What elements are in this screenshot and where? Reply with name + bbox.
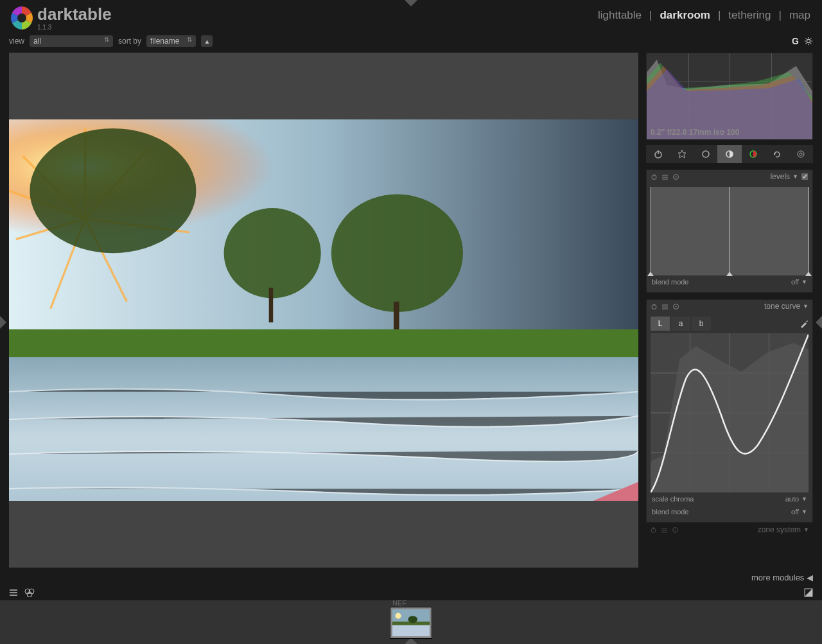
module-reset-icon[interactable] [672, 173, 679, 180]
styles-icon[interactable] [24, 588, 35, 597]
nav-darkroom[interactable]: darkroom [657, 9, 712, 22]
module-group-color[interactable] [742, 145, 765, 163]
scale-chroma-select[interactable]: auto▼ [785, 495, 807, 503]
svg-point-43 [676, 176, 677, 177]
levels-black-marker[interactable] [647, 272, 654, 276]
svg-point-22 [224, 208, 321, 298]
aperture-icon [9, 5, 35, 31]
chevron-left-icon: ◀ [807, 573, 813, 582]
svg-point-23 [331, 195, 463, 312]
expand-top-panel[interactable] [405, 0, 417, 6]
tone-tab-l[interactable]: L [651, 317, 670, 331]
module-reset-icon[interactable] [672, 303, 679, 310]
blend-mode-select[interactable]: off▼ [791, 278, 807, 286]
bottom-toolbar [0, 585, 822, 600]
sort-direction-button[interactable]: ▲ [201, 35, 213, 47]
svg-line-10 [810, 39, 811, 39]
module-group-basic[interactable] [694, 145, 717, 163]
refresh-icon [773, 150, 782, 159]
gear-icon[interactable] [804, 37, 813, 46]
module-group-tone[interactable] [717, 145, 741, 163]
svg-rect-74 [392, 625, 430, 636]
more-modules-button[interactable]: more modules ◀ [0, 570, 822, 585]
module-expand-icon[interactable] [801, 173, 809, 180]
logo: darktable 1.1.3 [9, 5, 112, 31]
module-presets-icon[interactable] [661, 527, 668, 534]
module-group-tabs [646, 145, 813, 163]
module-enable-toggle[interactable] [651, 303, 658, 310]
hamburger-icon[interactable] [9, 588, 18, 597]
svg-point-75 [396, 613, 401, 619]
svg-point-1 [17, 13, 26, 22]
view-select[interactable]: all [30, 35, 113, 47]
nav-separator: | [774, 9, 787, 22]
sort-label: sort by [118, 37, 141, 46]
module-group-correct[interactable] [765, 145, 789, 163]
module-group-favorites[interactable] [670, 145, 694, 163]
module-presets-icon[interactable] [661, 303, 669, 310]
levels-graph[interactable] [651, 187, 809, 275]
sort-select[interactable]: filename [146, 35, 196, 47]
nav-map[interactable]: map [787, 9, 813, 22]
expand-bottom-panel[interactable] [405, 638, 417, 644]
svg-point-76 [408, 616, 417, 623]
filmstrip[interactable]: NEF [0, 600, 822, 644]
module-tonecurve-header[interactable]: tone curve ▼ [764, 302, 809, 311]
module-enable-toggle[interactable] [650, 527, 657, 534]
blend-mode-select[interactable]: off▼ [791, 508, 807, 516]
view-label: view [9, 37, 24, 46]
image-canvas[interactable] [9, 53, 638, 568]
module-tone-curve: tone curve ▼ L a b [646, 299, 813, 523]
tone-tab-a[interactable]: a [671, 317, 690, 331]
module-tonecurve-title: tone curve [764, 302, 800, 311]
svg-line-7 [806, 39, 807, 39]
tone-curve-graph[interactable] [651, 333, 809, 492]
svg-line-8 [810, 43, 811, 44]
expand-left-panel[interactable] [0, 316, 6, 329]
nav-separator: | [713, 9, 726, 22]
svg-rect-25 [269, 288, 273, 322]
histogram[interactable]: 0.2'' f/22.0 17mm iso 100 [646, 53, 813, 140]
svg-marker-30 [678, 150, 686, 158]
module-zone-system: zone system ▼ [646, 523, 813, 537]
module-zone-header[interactable]: zone system ▼ [758, 525, 809, 534]
module-group-effect[interactable] [789, 145, 813, 163]
edited-photo [9, 119, 638, 500]
histogram-exif: 0.2'' f/22.0 17mm iso 100 [651, 128, 739, 137]
nav-separator: | [644, 9, 657, 22]
svg-point-31 [703, 151, 709, 157]
thumbnail-extension: NEF [392, 599, 407, 607]
overexposed-icon[interactable] [804, 588, 813, 597]
levels-mid-marker[interactable] [726, 272, 733, 276]
color-picker-icon[interactable] [800, 319, 809, 328]
chevron-down-icon: ▼ [803, 303, 809, 309]
right-sidebar: 0.2'' f/22.0 17mm iso 100 levels ▼ [641, 50, 822, 570]
aperture-mini-icon [796, 150, 805, 159]
scale-chroma-label: scale chroma [652, 495, 694, 503]
chevron-down-icon: ▼ [803, 527, 809, 533]
nav-lighttable[interactable]: lighttable [595, 9, 644, 22]
svg-point-35 [798, 151, 804, 157]
filmstrip-thumbnail[interactable]: NEF [390, 607, 432, 638]
app-version: 1.1.3 [37, 24, 112, 31]
levels-white-marker[interactable] [805, 272, 812, 276]
module-levels-title: levels [770, 172, 790, 181]
module-levels-header[interactable]: levels ▼ [770, 172, 809, 181]
expand-right-panel[interactable] [816, 316, 822, 329]
blend-mode-label: blend mode [652, 278, 689, 286]
star-icon [678, 150, 686, 159]
module-group-active[interactable] [646, 145, 670, 163]
blend-mode-label: blend mode [652, 508, 689, 516]
module-reset-icon[interactable] [672, 527, 679, 534]
nav-tethering[interactable]: tethering [726, 9, 773, 22]
power-icon [654, 150, 663, 159]
tone-tab-b[interactable]: b [692, 317, 711, 331]
module-enable-toggle[interactable] [651, 173, 658, 180]
module-presets-icon[interactable] [661, 173, 669, 180]
chevron-down-icon: ▼ [792, 173, 798, 180]
svg-point-36 [800, 153, 802, 155]
color-circle-icon [749, 150, 758, 159]
grouping-toggle[interactable]: G [792, 36, 799, 46]
module-levels: levels ▼ blend mode off▼ [646, 170, 813, 293]
svg-point-64 [675, 529, 676, 530]
